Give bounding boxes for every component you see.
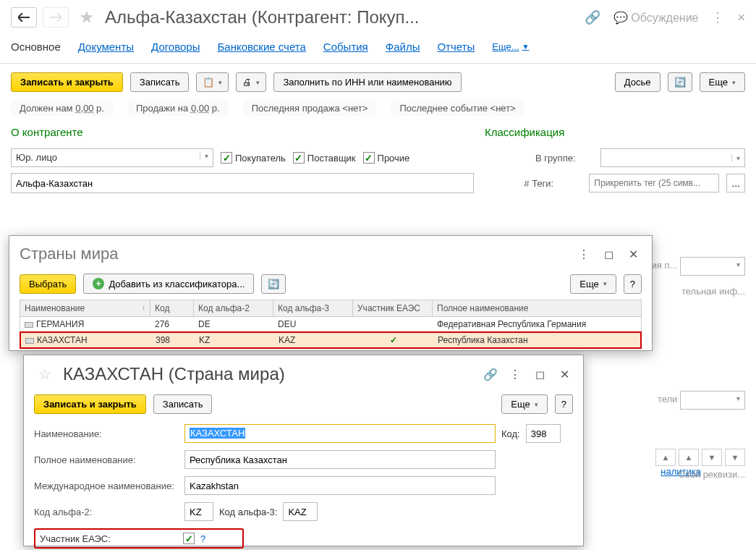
alpha2-input[interactable] [184, 502, 213, 521]
country-kebab-icon[interactable]: ⋮ [506, 365, 524, 383]
col-code[interactable]: Код [150, 300, 194, 316]
status-last-event: Последнее событие <нет> [391, 101, 524, 116]
copy-dropdown-button[interactable]: 📋▾ [196, 72, 229, 92]
countries-dialog: Страны мира ⋮ ◻ ✕ Выбрать + Добавить из … [9, 235, 653, 351]
full-name-label: Полное наименование: [34, 454, 179, 465]
countries-help-button[interactable]: ? [624, 274, 642, 294]
save-button[interactable]: Записать [130, 72, 190, 92]
alpha3-input[interactable] [283, 502, 318, 521]
countries-close-icon[interactable]: ✕ [624, 245, 642, 263]
tab-contracts[interactable]: Договоры [151, 41, 200, 53]
flag-icon [25, 338, 34, 344]
main-toolbar: Записать и закрыть Записать 📋▾ 🖨▾ Заполн… [0, 64, 756, 98]
country-full-name-input[interactable] [184, 450, 496, 469]
tab-documents[interactable]: Документы [78, 41, 134, 53]
country-help-button[interactable]: ? [555, 394, 573, 414]
tags-label: # Теги: [524, 178, 582, 189]
country-name-input[interactable]: КАЗАХСТАН [184, 424, 496, 443]
buyer-checkbox[interactable]: ✓Покупатель [221, 152, 286, 164]
close-icon[interactable]: × [737, 10, 745, 25]
section-about-title: О контрагенте [11, 126, 470, 138]
country-intl-name-input[interactable] [184, 476, 496, 495]
group-select[interactable] [600, 148, 745, 167]
dossier-button[interactable]: Досье [615, 72, 661, 92]
eaec-member-row: Участник ЕАЭС: ✓ ? [34, 528, 244, 549]
eaec-help-icon[interactable]: ? [200, 533, 205, 544]
table-row[interactable]: ГЕРМАНИЯ 276 DE DEU Федеративная Республ… [20, 317, 641, 332]
code-label: Код: [501, 428, 520, 439]
col-full[interactable]: Полное наименование [433, 300, 641, 316]
country-save-close-button[interactable]: Записать и закрыть [34, 394, 146, 414]
more-dropdown-button[interactable]: Еще▾ [700, 72, 745, 92]
plus-icon: + [93, 278, 104, 289]
page-title: Альфа-Казахстан (Контрагент: Покуп... [105, 7, 420, 28]
tags-input[interactable] [589, 174, 719, 192]
tab-events[interactable]: События [323, 41, 368, 53]
tab-files[interactable]: Файлы [386, 41, 420, 53]
entity-type-select[interactable]: Юр. лицо [11, 148, 213, 167]
status-bar: Должен нам 0,00 р. Продажи на 0,00 р. По… [0, 98, 756, 123]
col-name[interactable]: Наименование↓ [20, 300, 150, 316]
ghost-nav-last[interactable]: ▼ [725, 449, 745, 466]
col-alpha2[interactable]: Код альфа-2 [194, 300, 273, 316]
country-link-icon[interactable]: 🔗 [482, 365, 499, 383]
countries-dialog-title: Страны мира [20, 245, 568, 263]
link-icon[interactable]: 🔗 [585, 9, 600, 25]
countries-select-button[interactable]: Выбрать [20, 274, 76, 294]
countries-table: Наименование↓ Код Код альфа-2 Код альфа-… [20, 300, 642, 349]
kebab-menu-icon[interactable]: ⋮ [711, 9, 724, 25]
tags-more-button[interactable]: ... [726, 174, 745, 192]
status-sales: Продажи на 0,00 р. [127, 101, 229, 116]
country-star-icon[interactable]: ☆ [38, 365, 51, 383]
name-label: Наименование: [34, 428, 179, 439]
supplier-checkbox[interactable]: ✓Поставщик [293, 152, 356, 164]
tab-reports[interactable]: Отчеты [437, 41, 475, 53]
intl-name-label: Международное наименование: [34, 481, 179, 491]
tab-bank-accounts[interactable]: Банковские счета [217, 41, 305, 53]
ghost-nav-first[interactable]: ▲ [655, 449, 676, 466]
alpha3-label: Код альфа-3: [219, 507, 277, 517]
status-owes: Должен нам 0,00 р. [11, 101, 113, 116]
flag-icon [25, 322, 33, 328]
nav-forward-button[interactable] [43, 7, 69, 28]
eaec-checkbox[interactable]: ✓ [183, 533, 195, 544]
window-header: ★ Альфа-Казахстан (Контрагент: Покуп... … [0, 0, 756, 35]
nav-back-button[interactable] [11, 7, 37, 28]
other-checkbox[interactable]: ✓Прочие [363, 152, 410, 164]
countries-more-button[interactable]: Еще▾ [570, 274, 616, 294]
ghost-additional-info: тельная инф... [681, 286, 745, 297]
countries-maximize-icon[interactable]: ◻ [600, 245, 617, 263]
col-eaec[interactable]: Участник ЕАЭС [353, 300, 433, 316]
tab-more[interactable]: Еще... ▼ [492, 41, 529, 52]
country-dialog-title: КАЗАХСТАН (Страна мира) [63, 364, 285, 384]
refresh-button[interactable]: 🔄 [668, 72, 692, 92]
col-alpha3[interactable]: Код альфа-3 [273, 300, 353, 316]
status-last-sale: Последняя продажа <нет> [243, 101, 377, 116]
group-label: В группе: [535, 153, 593, 164]
tab-bar: Основное Документы Договоры Банковские с… [0, 35, 756, 64]
country-more-button[interactable]: Еще▾ [501, 394, 547, 414]
table-row-selected[interactable]: КАЗАХСТАН 398 KZ KAZ ✓ Республика Казахс… [20, 331, 642, 349]
eaec-label: Участник ЕАЭС: [40, 533, 177, 544]
country-code-input[interactable] [526, 424, 561, 443]
country-dialog: ☆ КАЗАХСТАН (Страна мира) 🔗 ⋮ ◻ ✕ Записа… [23, 355, 584, 546]
favorite-star-icon[interactable]: ★ [79, 7, 95, 28]
ghost-nav-up[interactable]: ▲ [679, 449, 699, 466]
fill-by-inn-button[interactable]: Заполнить по ИНН или наименованию [273, 72, 461, 92]
save-and-close-button[interactable]: Записать и закрыть [11, 72, 123, 92]
discussion-icon[interactable]: 💬 Обсуждение [613, 11, 699, 25]
country-maximize-icon[interactable]: ◻ [531, 365, 548, 383]
country-save-button[interactable]: Записать [153, 394, 213, 414]
countries-kebab-icon[interactable]: ⋮ [575, 245, 593, 263]
name-input[interactable] [11, 173, 474, 193]
ghost-nav-down[interactable]: ▼ [702, 449, 722, 466]
ghost-own-requisite: Свой реквизи... [678, 469, 745, 480]
section-classification-title: Классификация [485, 126, 745, 138]
alpha2-label: Код альфа-2: [34, 507, 179, 517]
tab-main[interactable]: Основное [11, 41, 61, 53]
add-from-classifier-button[interactable]: + Добавить из классификатора... [83, 274, 254, 294]
print-dropdown-button[interactable]: 🖨▾ [236, 72, 266, 92]
country-close-icon[interactable]: ✕ [556, 365, 573, 383]
ghost-indicators-field: тели [658, 391, 745, 410]
countries-refresh-button[interactable]: 🔄 [261, 274, 286, 294]
